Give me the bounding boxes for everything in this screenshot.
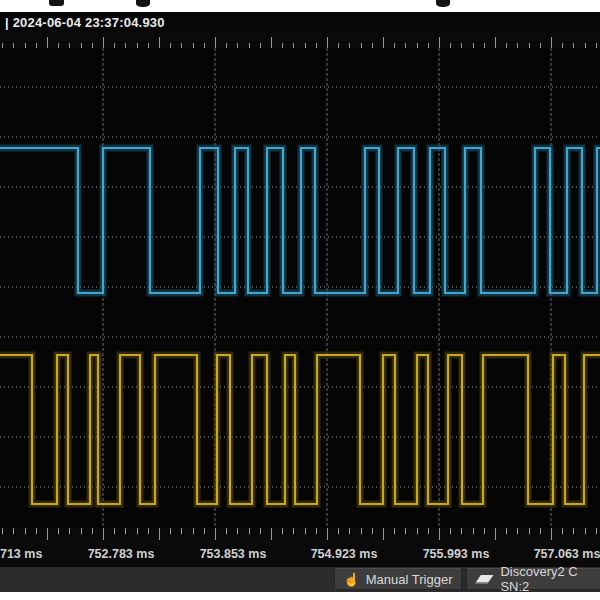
ruler-major-tick	[215, 528, 216, 540]
ruler-major-tick	[495, 528, 496, 540]
ruler-minor-tick	[293, 528, 294, 534]
channel-1-blue-trace	[0, 148, 600, 293]
scope-plot-area[interactable]	[0, 48, 600, 528]
time-axis-label: 752.783 ms	[88, 547, 155, 561]
ruler-minor-tick	[260, 528, 261, 534]
time-ruler-top[interactable]	[0, 33, 600, 48]
manual-trigger-label: Manual Trigger	[366, 572, 453, 587]
ruler-major-tick	[47, 37, 48, 48]
ruler-minor-tick	[137, 528, 138, 534]
ruler-minor-tick	[204, 528, 205, 534]
ruler-minor-tick	[125, 528, 126, 534]
cropped-page-strip-bottom	[0, 592, 600, 600]
ruler-minor-tick	[394, 528, 395, 534]
ruler-major-tick	[103, 528, 104, 540]
ruler-minor-tick	[596, 528, 597, 534]
ruler-minor-tick	[405, 528, 406, 534]
time-axis-label: 755.993 ms	[423, 547, 490, 561]
time-axis-label: 757.063 ms	[534, 547, 600, 561]
device-button[interactable]: Discovery2 C SN:2	[466, 568, 600, 590]
ruler-major-tick	[439, 528, 440, 540]
ruler-minor-tick	[181, 528, 182, 534]
ruler-minor-tick	[81, 528, 82, 534]
cropped-glyph	[436, 0, 450, 7]
ruler-major-tick	[327, 37, 328, 48]
ruler-major-tick	[215, 37, 216, 48]
ruler-minor-tick	[92, 528, 93, 534]
time-axis-label: 754.923 ms	[311, 547, 378, 561]
ruler-minor-tick	[517, 528, 518, 534]
oscilloscope-window: | 2024-06-04 23:37:04.930 751.713 ms752.…	[0, 12, 600, 567]
ruler-minor-tick	[573, 528, 574, 534]
cropped-glyph	[49, 0, 64, 6]
ruler-minor-tick	[2, 528, 3, 534]
ruler-minor-tick	[249, 528, 250, 534]
ruler-minor-tick	[461, 528, 462, 534]
ruler-minor-tick	[450, 528, 451, 534]
cropped-page-strip-top	[0, 0, 600, 12]
ruler-major-tick	[271, 528, 272, 540]
channel-2-yellow-trace	[0, 355, 600, 504]
ruler-minor-tick	[338, 528, 339, 534]
ruler-minor-tick	[237, 528, 238, 534]
ruler-minor-tick	[226, 528, 227, 534]
ruler-major-tick	[47, 528, 48, 540]
ruler-minor-tick	[316, 528, 317, 534]
ruler-minor-tick	[562, 528, 563, 534]
ruler-minor-tick	[372, 528, 373, 534]
device-icon	[475, 572, 494, 586]
waveform-canvas[interactable]	[0, 48, 600, 528]
ruler-minor-tick	[417, 528, 418, 534]
ruler-minor-tick	[148, 528, 149, 534]
acquisition-timestamp: | 2024-06-04 23:37:04.930	[0, 12, 600, 33]
ruler-major-tick	[327, 528, 328, 540]
ruler-major-tick	[383, 528, 384, 540]
ruler-minor-tick	[282, 528, 283, 534]
cropped-glyph	[136, 0, 150, 7]
ruler-minor-tick	[69, 528, 70, 534]
ruler-minor-tick	[114, 528, 115, 534]
ruler-minor-tick	[36, 528, 37, 534]
time-axis-label: 751.713 ms	[0, 547, 42, 561]
ruler-minor-tick	[305, 528, 306, 534]
ruler-major-tick	[551, 37, 552, 48]
ruler-minor-tick	[170, 528, 171, 534]
ruler-minor-tick	[13, 528, 14, 534]
ruler-major-tick	[439, 37, 440, 48]
time-axis-label: 753.853 ms	[200, 547, 267, 561]
hand-icon: ☝	[344, 573, 360, 586]
device-label: Discovery2 C SN:2	[500, 564, 600, 594]
ruler-major-tick	[271, 37, 272, 48]
time-ruler-bottom[interactable]	[0, 528, 600, 541]
ruler-major-tick	[103, 37, 104, 48]
ruler-minor-tick	[25, 528, 26, 534]
screenshot-root: | 2024-06-04 23:37:04.930 751.713 ms752.…	[0, 0, 600, 600]
ruler-minor-tick	[506, 528, 507, 534]
ruler-minor-tick	[473, 528, 474, 534]
ruler-minor-tick	[428, 528, 429, 534]
status-bar: ☝ Manual Trigger Discovery2 C SN:2	[0, 567, 600, 592]
ruler-minor-tick	[585, 528, 586, 534]
ruler-minor-tick	[540, 528, 541, 534]
ruler-minor-tick	[529, 528, 530, 534]
ruler-minor-tick	[349, 528, 350, 534]
ruler-major-tick	[159, 37, 160, 48]
ruler-major-tick	[383, 37, 384, 48]
ruler-minor-tick	[361, 528, 362, 534]
manual-trigger-button[interactable]: ☝ Manual Trigger	[334, 568, 462, 590]
ruler-minor-tick	[58, 528, 59, 534]
ruler-major-tick	[495, 37, 496, 48]
ruler-major-tick	[159, 528, 160, 540]
ruler-minor-tick	[193, 528, 194, 534]
ruler-major-tick	[551, 528, 552, 540]
ruler-minor-tick	[484, 528, 485, 534]
